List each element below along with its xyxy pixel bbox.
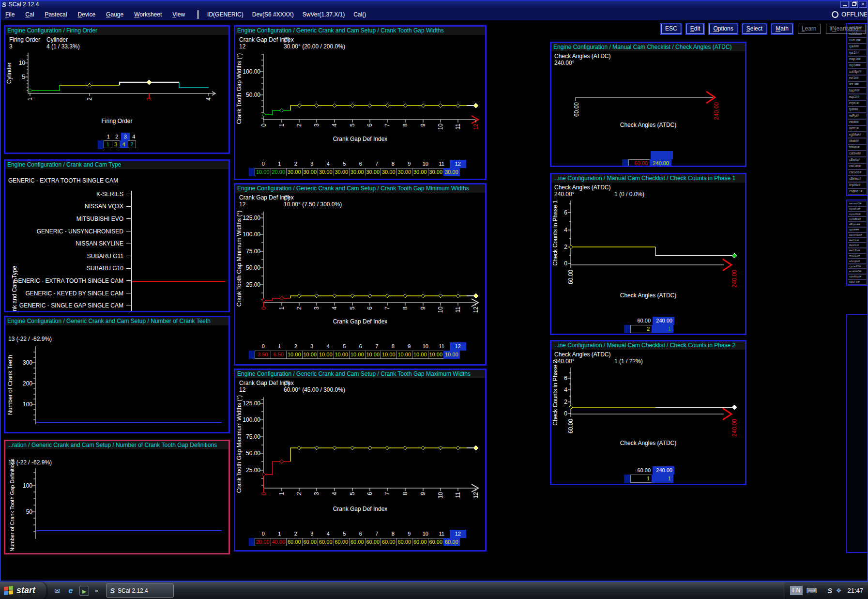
watch-item[interactable]: ruleMod#: [848, 274, 867, 279]
gap-widths-chart[interactable]: 100.00 50.00 Crank Tooth Gap Widths (°) …: [235, 50, 485, 159]
table-header-cell[interactable]: 12: [450, 530, 466, 538]
table-cell[interactable]: 240.00: [650, 159, 671, 167]
table-header-cell[interactable]: 3: [121, 133, 130, 140]
gap-min-chart[interactable]: 125.00 100.00 75.00 50.00 25.00 Crank To…: [235, 208, 485, 319]
marker-selected[interactable]: [147, 80, 152, 85]
table-header-cell[interactable]: 0: [255, 160, 272, 168]
cam-type-item[interactable]: GENERIC - EXTRA TOOTH SINGLE CAM: [5, 275, 227, 287]
toolbar-button[interactable]: Math: [772, 24, 792, 34]
menu-item[interactable]: Cal: [25, 11, 34, 18]
marker-end-green[interactable]: [732, 253, 737, 258]
table-cell[interactable]: 10.00: [334, 351, 350, 359]
scal-tray-icon[interactable]: S: [827, 587, 832, 595]
table-cell[interactable]: 3: [112, 140, 121, 148]
table-cell[interactable]: 60.00: [302, 538, 319, 546]
table-header-cell[interactable]: 10: [417, 530, 434, 538]
menu-item[interactable]: File: [5, 11, 15, 18]
watch-item[interactable]: calSele#: [848, 169, 867, 176]
watch-item[interactable]: lamt1#: [848, 125, 867, 132]
table-cell[interactable]: 30.00: [349, 168, 365, 176]
watch-item[interactable]: #bat##: [848, 138, 867, 144]
table-cell[interactable]: 2: [128, 140, 137, 148]
watch-item[interactable]: #et1Ex#: [848, 248, 867, 253]
phase2-chart[interactable]: 6 4 2 0 Check Counts in Phase 2 60.00 24…: [551, 364, 745, 434]
table-cell[interactable]: 40.00: [271, 538, 287, 546]
table-cell[interactable]: 60.00: [349, 538, 365, 546]
table-cell[interactable]: 30.00: [381, 168, 397, 176]
watch-item[interactable]: enableS#: [848, 269, 867, 274]
table-cell[interactable]: 60.00: [628, 159, 650, 167]
phase1-chart[interactable]: 6 4 2 0 Check Counts in Phase 1 60.00 24…: [551, 197, 745, 284]
watch-item[interactable]: #et1In#: [848, 238, 867, 243]
restore-button[interactable]: [850, 1, 858, 8]
table-header-cell[interactable]: 5: [336, 342, 353, 351]
table-cell[interactable]: 20.00: [255, 538, 271, 546]
watch-item[interactable]: rpm###: [848, 227, 867, 232]
table-header-cell[interactable]: 0: [255, 530, 272, 538]
table-header-cell[interactable]: 5: [336, 530, 353, 538]
table-header-cell[interactable]: 7: [369, 530, 385, 538]
mail-icon[interactable]: ✉: [52, 586, 62, 596]
watch-item[interactable]: cSelect#: [848, 176, 867, 182]
watch-item[interactable]: #Rpm##: [848, 222, 867, 227]
toolbar-button[interactable]: ESC: [661, 24, 681, 34]
watch-item[interactable]: rpk###: [848, 44, 867, 50]
watch-item[interactable]: bap###: [848, 88, 867, 94]
table-header-cell[interactable]: 240.00: [653, 317, 674, 325]
watch-item[interactable]: rps1##: [848, 50, 867, 56]
watch-item[interactable]: mp1###: [848, 62, 867, 69]
table-header-cell[interactable]: 7: [369, 342, 385, 351]
watch-item[interactable]: ruleFin#: [848, 279, 867, 285]
table-cell[interactable]: 4: [120, 140, 128, 148]
table-cell[interactable]: 60.00: [443, 538, 460, 546]
crank-teeth-chart[interactable]: 300 200 100 Number of Crank Teeth: [5, 344, 227, 429]
table-header-cell[interactable]: 240.00: [653, 466, 674, 475]
watch-item[interactable]: engineE#: [848, 188, 867, 195]
table-header-cell[interactable]: 8: [385, 530, 401, 538]
table-header-cell[interactable]: 2: [113, 133, 122, 140]
table-header-cell[interactable]: 1: [272, 160, 288, 168]
toolbar-button[interactable]: Options: [709, 24, 737, 34]
table-cell[interactable]: 10.00: [318, 351, 334, 359]
table-cell[interactable]: 30.00: [318, 168, 334, 176]
menu-item[interactable]: Pastecal: [45, 11, 67, 18]
table-header-cell[interactable]: 9: [401, 342, 418, 351]
table-header-cell[interactable]: 1: [272, 530, 288, 538]
toolbar-button[interactable]: liNearisation: [826, 24, 866, 34]
table-header-cell[interactable]: 4: [320, 160, 336, 168]
watch-item[interactable]: #et2In#: [848, 243, 867, 248]
table-cell[interactable]: 30.00: [334, 168, 350, 176]
watch-item[interactable]: act1##: [848, 81, 867, 88]
table-cell[interactable]: 60.00: [396, 538, 413, 546]
table-header-cell[interactable]: 8: [385, 342, 401, 351]
table-cell[interactable]: 10.00: [349, 351, 365, 359]
firing-order-chart[interactable]: 10 5 Cylinder 1 2 3 4: [5, 50, 228, 109]
table-cell[interactable]: 60.00: [412, 538, 428, 546]
watch-item[interactable]: syncBia#: [848, 216, 867, 222]
cam-type-item[interactable]: GENERIC - SINGLE GAP SINGLE CAM: [5, 299, 227, 312]
toolbar-button[interactable]: Edit: [686, 24, 704, 34]
table-header-cell[interactable]: 6: [352, 530, 369, 538]
watch-item[interactable]: eAngle#: [848, 259, 867, 264]
table-cell[interactable]: 30.00: [365, 168, 381, 176]
table-cell[interactable]: 30.00: [302, 168, 319, 176]
table-cell[interactable]: 10.00: [255, 168, 271, 176]
watch-item[interactable]: syncOn#: [848, 212, 867, 217]
internet-explorer-icon[interactable]: e: [66, 586, 76, 596]
table-header-cell[interactable]: 3: [304, 160, 320, 168]
watch-item[interactable]: syncRa#: [848, 206, 867, 212]
watch-item[interactable]: btMax#: [848, 144, 867, 151]
table-header-cell[interactable]: 60.00: [631, 466, 653, 475]
keyboard-icon[interactable]: ⌨: [807, 586, 817, 595]
menu-item[interactable]: Device: [77, 11, 95, 18]
table-cell[interactable]: 20.00: [271, 168, 287, 176]
table-header-cell[interactable]: 2: [288, 160, 304, 168]
table-cell[interactable]: 60.00: [428, 538, 444, 546]
cam-type-item[interactable]: NISSAN SKYLINE: [5, 237, 227, 250]
table-header-cell[interactable]: 6: [352, 342, 369, 351]
table-header-cell[interactable]: 9: [401, 530, 418, 538]
table-header-cell[interactable]: 4: [320, 342, 336, 351]
table-header-cell[interactable]: 1: [104, 133, 113, 140]
table-header-cell[interactable]: 10: [417, 342, 434, 351]
table-cell[interactable]: 30.00: [286, 168, 303, 176]
